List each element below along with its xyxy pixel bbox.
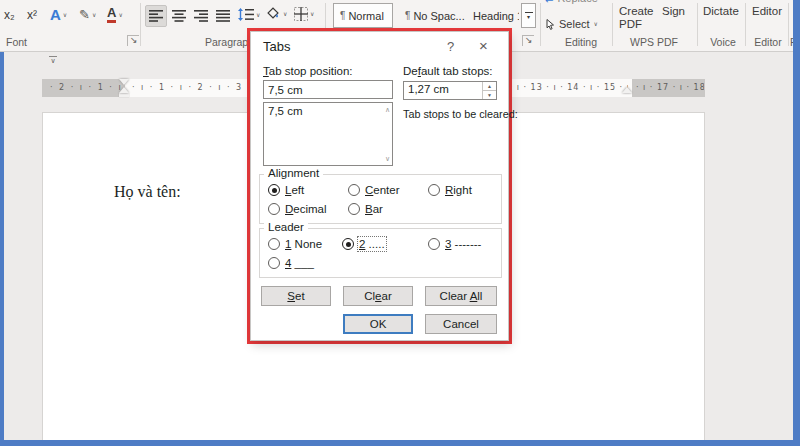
set-button[interactable]: Set: [261, 286, 331, 306]
more-bar-icon: [525, 12, 533, 13]
text-effects-icon: A: [50, 6, 61, 23]
radio-decimal[interactable]: Decimal: [268, 203, 327, 215]
align-center-button[interactable]: [168, 5, 190, 27]
radio-leader-dashes[interactable]: 3 -------: [428, 238, 481, 250]
wps-pdf-group-label: WPS PDF: [620, 36, 688, 48]
window-border-bottom: [0, 440, 800, 446]
group-separator: [140, 3, 141, 46]
align-left-icon: [149, 10, 163, 22]
radio-right[interactable]: Right: [428, 184, 472, 196]
style-normal[interactable]: ¶Normal: [333, 3, 393, 28]
group-separator: [612, 3, 613, 46]
line-spacing-button[interactable]: ∨: [238, 8, 260, 21]
radio-icon: [268, 257, 280, 269]
shading-button[interactable]: ∨: [266, 7, 287, 21]
align-right-button[interactable]: [190, 5, 212, 27]
select-cursor-icon: [546, 19, 555, 30]
window-border-right: [793, 0, 800, 446]
justify-icon: [216, 10, 230, 22]
document-text: Họ và tên:: [114, 183, 181, 201]
leader-group: Leader 1 None 2 ..... 3 ------- 4 ___: [259, 228, 502, 278]
leader-legend: Leader: [264, 221, 308, 233]
font-color-button[interactable]: A∨: [107, 6, 123, 23]
styles-dialog-launcher-icon[interactable]: ↘: [522, 35, 534, 46]
editor-button[interactable]: Editor: [752, 5, 782, 18]
scroll-down-icon[interactable]: ∨: [385, 155, 390, 162]
scroll-up-icon[interactable]: ∧: [385, 106, 390, 113]
first-line-indent-marker[interactable]: [119, 79, 129, 85]
alignment-legend: Alignment: [264, 167, 323, 179]
group-separator: [540, 3, 541, 46]
radio-icon: [268, 238, 280, 250]
subscript-button[interactable]: x₂: [4, 8, 15, 22]
create-pdf-button[interactable]: Create PDF: [619, 5, 654, 31]
replace-button[interactable]: ⇄ Replace: [545, 0, 598, 4]
radio-leader-none[interactable]: 1 None: [268, 238, 322, 250]
tabs-dialog: Tabs ? × Tab stop position: 7,5 cm ∧ ∨ D…: [250, 31, 509, 341]
ruler-ticks: · ı · 1 · ı · 2 · ı · 3 ·: [132, 79, 248, 97]
chevron-down-icon: ∨: [256, 12, 260, 18]
dictate-button[interactable]: Dictate: [703, 5, 739, 18]
style-no-spacing[interactable]: ¶No Spac...: [399, 3, 465, 28]
default-tab-stops-spinner[interactable]: 1,27 cm ▲ ▼: [403, 81, 497, 100]
font-color-icon: A: [107, 6, 116, 23]
line-spacing-icon: [238, 8, 254, 21]
select-button[interactable]: Select ∨: [546, 18, 598, 30]
sign-button[interactable]: Sign: [662, 5, 685, 18]
list-item[interactable]: 7,5 cm: [264, 103, 392, 119]
clear-button[interactable]: Clear: [343, 286, 413, 306]
cancel-button[interactable]: Cancel: [425, 314, 497, 334]
styles-more-button[interactable]: ▾: [521, 3, 536, 28]
hanging-indent-marker[interactable]: [119, 87, 129, 97]
dialog-title: Tabs: [263, 39, 290, 54]
chevron-down-icon: ∨: [594, 21, 598, 27]
tab-stop-list[interactable]: 7,5 cm ∧ ∨: [263, 102, 393, 166]
radio-leader-underline[interactable]: 4 ___: [268, 257, 314, 269]
align-left-button[interactable]: [145, 5, 167, 27]
radio-icon: [428, 238, 440, 250]
more-arrow-icon: ▾: [527, 14, 530, 20]
radio-icon: [348, 203, 360, 215]
left-indent-marker[interactable]: [119, 93, 129, 97]
text-effects-button[interactable]: A∨: [50, 6, 67, 23]
style-heading-1[interactable]: Heading 1: [467, 3, 519, 28]
clear-all-button[interactable]: Clear All: [425, 286, 497, 306]
chevron-down-icon: ∨: [63, 12, 67, 18]
collapse-chevron-icon: ∨: [50, 57, 55, 64]
radio-icon: [348, 184, 360, 196]
spin-up-icon[interactable]: ▲: [483, 82, 496, 91]
justify-button[interactable]: [212, 5, 234, 27]
align-center-icon: [172, 10, 186, 22]
radio-center[interactable]: Center: [348, 184, 400, 196]
radio-left[interactable]: Left: [268, 184, 304, 196]
group-separator: [697, 3, 698, 46]
voice-group-label: Voice: [700, 36, 746, 48]
font-dialog-launcher-icon[interactable]: ↘: [127, 35, 139, 46]
radio-bar[interactable]: Bar: [348, 203, 383, 215]
help-icon[interactable]: ?: [447, 39, 454, 54]
chevron-down-icon: ∨: [118, 12, 122, 18]
editor-group-label: Editor: [748, 36, 788, 48]
collapse-ribbon-button[interactable]: ∨: [46, 56, 60, 69]
tab-stop-position-label: Tab stop position:: [263, 65, 353, 77]
superscript-button[interactable]: x²: [27, 8, 37, 22]
radio-icon: [268, 203, 280, 215]
ok-button[interactable]: OK: [343, 314, 413, 334]
editing-group-label: Editing: [556, 36, 606, 48]
highlight-pen-icon: ✎: [79, 7, 90, 22]
align-right-icon: [194, 10, 208, 22]
borders-button[interactable]: ∨: [294, 7, 314, 21]
tab-stop-position-input[interactable]: [263, 80, 393, 99]
highlight-button[interactable]: ✎∨: [79, 7, 96, 22]
highlight-annotation: Tabs ? × Tab stop position: 7,5 cm ∧ ∨ D…: [247, 28, 512, 344]
close-icon[interactable]: ×: [479, 37, 488, 54]
pilcrow-icon: ¶: [340, 10, 345, 21]
pilcrow-icon: ¶: [405, 10, 410, 21]
window-border-left: [0, 52, 4, 446]
radio-leader-dots[interactable]: 2 .....: [342, 238, 385, 250]
spin-down-icon[interactable]: ▼: [483, 91, 496, 99]
tab-stops-cleared-label: Tab stops to be cleared:: [403, 108, 518, 120]
group-separator: [745, 3, 746, 46]
right-indent-marker[interactable]: [622, 87, 632, 93]
default-tab-stops-label: Default tab stops:: [403, 65, 493, 77]
